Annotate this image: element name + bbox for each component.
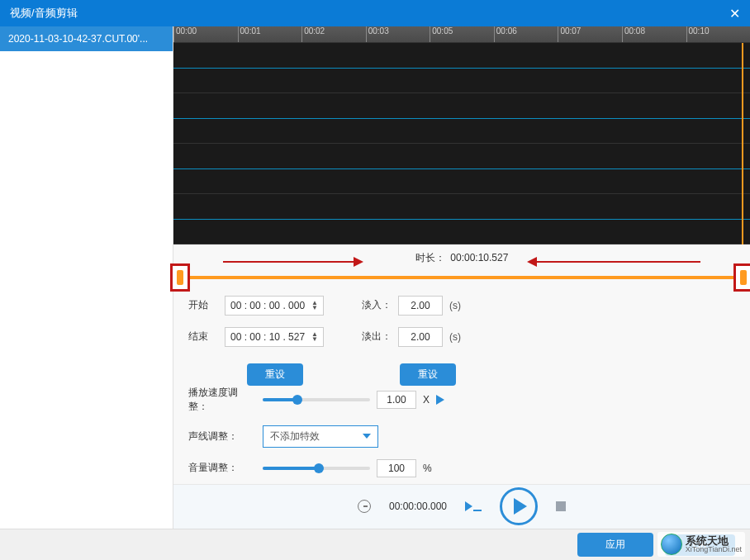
volume-label: 音量调整：: [188, 461, 256, 475]
trim-slider-area: 时长： 00:00:10.527: [173, 244, 750, 289]
volume-value-input[interactable]: 100: [377, 459, 416, 477]
speed-label: 播放速度调整：: [188, 386, 256, 414]
ruler-tick: 00:07: [558, 26, 622, 42]
chevron-down-icon[interactable]: ▼: [311, 306, 318, 311]
fadein-unit: (s): [449, 300, 461, 311]
time-ruler[interactable]: 00:00 00:01 00:02 00:03 00:05 00:06 00:0…: [173, 26, 750, 43]
chevron-down-icon[interactable]: ▼: [311, 337, 318, 342]
annotation-arrow-right: [535, 261, 700, 263]
watermark: 系统天地 XiTongTianDi.net: [657, 532, 745, 557]
trim-handle-start[interactable]: [170, 263, 190, 292]
ruler-tick: 00:06: [494, 26, 558, 42]
end-time-input[interactable]: 00 : 00 : 10 . 527 ▲▼: [225, 327, 324, 347]
main-area: 2020-11-03-10-42-37.CUT.00'... 00:00 00:…: [0, 26, 750, 529]
stop-button[interactable]: [556, 501, 566, 511]
file-item[interactable]: 2020-11-03-10-42-37.CUT.00'...: [0, 26, 173, 51]
volume-slider[interactable]: [263, 467, 370, 470]
fadeout-input[interactable]: 2.00: [398, 327, 443, 347]
ruler-tick: 00:03: [366, 26, 430, 42]
ruler-tick: 00:02: [301, 26, 366, 42]
trim-track[interactable]: [173, 276, 750, 279]
globe-icon: [661, 534, 682, 555]
end-label: 结束: [188, 330, 218, 344]
clock-icon: [358, 500, 371, 513]
speed-value-input[interactable]: 1.00: [377, 391, 416, 409]
duration-label: 时长： 00:00:10.527: [173, 251, 750, 265]
speed-slider[interactable]: [263, 398, 370, 401]
close-icon[interactable]: ✕: [729, 6, 740, 21]
playhead-marker[interactable]: [742, 43, 743, 244]
footer-bar: 应用 OK: [0, 529, 750, 560]
window-title: 视频/音频剪辑: [10, 6, 78, 21]
controls-panel: 开始 00 : 00 : 00 . 000 ▲▼ 结束 00 : 00 : 10…: [173, 289, 750, 484]
ruler-tick: 00:10: [686, 26, 751, 42]
ruler-tick: 00:00: [173, 26, 238, 42]
speed-x: X: [423, 394, 430, 406]
ruler-tick: 00:05: [430, 26, 494, 42]
fadein-input[interactable]: 2.00: [398, 296, 443, 316]
file-sidebar: 2020-11-03-10-42-37.CUT.00'...: [0, 26, 173, 529]
reset-fade-button[interactable]: 重设: [400, 363, 456, 386]
start-time-input[interactable]: 00 : 00 : 00 . 000 ▲▼: [225, 296, 324, 316]
waveform-display[interactable]: [173, 43, 750, 244]
playback-bar: 00:00:00.000: [173, 484, 750, 529]
preview-speed-icon[interactable]: [436, 395, 444, 405]
reset-time-button[interactable]: 重设: [247, 363, 303, 386]
playback-time: 00:00:00.000: [389, 501, 447, 512]
titlebar: 视频/音频剪辑 ✕: [0, 0, 750, 26]
fadeout-unit: (s): [449, 331, 461, 343]
chevron-down-icon: [363, 434, 371, 439]
start-label: 开始: [188, 298, 218, 312]
annotation-arrow-left: [223, 261, 355, 263]
ruler-tick: 00:01: [238, 26, 302, 42]
apply-button[interactable]: 应用: [577, 533, 653, 557]
fadeout-label: 淡出：: [362, 330, 392, 344]
jump-to-icon[interactable]: [465, 501, 482, 511]
voice-label: 声线调整：: [188, 429, 256, 444]
play-icon: [514, 498, 527, 515]
voice-effect-select[interactable]: 不添加特效: [263, 425, 378, 448]
volume-unit: %: [423, 463, 432, 474]
editor-content: 00:00 00:01 00:02 00:03 00:05 00:06 00:0…: [173, 26, 750, 529]
fadein-label: 淡入：: [362, 298, 392, 312]
ruler-tick: 00:08: [622, 26, 686, 42]
play-button[interactable]: [500, 487, 538, 525]
trim-handle-end[interactable]: [733, 263, 750, 292]
